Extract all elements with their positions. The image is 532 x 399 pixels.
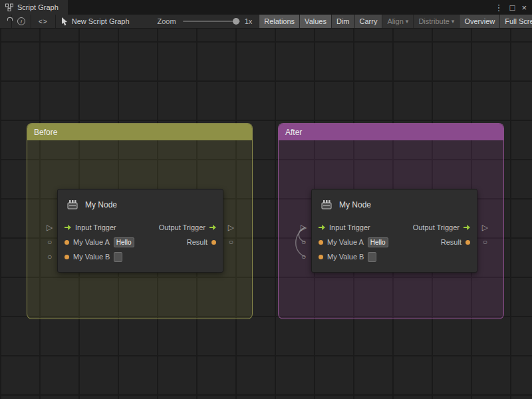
group-after-label: After [285, 128, 302, 137]
chevron-down-icon: ▾ [452, 18, 455, 25]
group-before-header[interactable]: Before [27, 124, 252, 140]
unity-script-graph-window: Script Graph ⋮ □ × i <> New Script Graph… [0, 0, 532, 399]
value-input-port-icon[interactable]: ○ [47, 253, 52, 261]
value-port-icon[interactable] [65, 240, 69, 245]
maximize-icon[interactable]: □ [510, 3, 515, 12]
dim-button[interactable]: Dim [331, 15, 354, 28]
port-label: Result [441, 238, 462, 246]
toolbar-separator [55, 15, 56, 28]
window-controls: ⋮ □ × [495, 0, 532, 15]
tab-script-graph[interactable]: Script Graph [0, 0, 68, 15]
group-before[interactable]: Before ▷ ○ ○ ▷ ○ [27, 123, 253, 319]
toolbar-separator [31, 15, 31, 28]
info-icon[interactable]: i [17, 17, 25, 25]
value-output-port-icon[interactable]: ○ [483, 238, 487, 246]
port-label: Input Trigger [329, 223, 370, 231]
group-after-header[interactable]: After [279, 124, 503, 140]
value-input-port-icon[interactable]: ○ [301, 238, 306, 246]
flow-output-port-icon[interactable]: ▷ [482, 223, 488, 231]
node-my-node-after[interactable]: ▷ ○ ○ ▷ ○ My Node [311, 189, 477, 273]
group-after[interactable]: After ▷ ○ ○ ▷ ○ [278, 123, 504, 319]
value-a-field[interactable]: Hello [368, 237, 388, 247]
align-button[interactable]: Align ▾ [382, 15, 413, 28]
port-row: My Value A Hello Result [312, 235, 477, 249]
value-port-icon[interactable] [211, 240, 216, 245]
node-header[interactable]: My Node [312, 190, 477, 220]
values-button[interactable]: Values [299, 15, 331, 28]
value-port-icon[interactable] [65, 255, 69, 259]
port-label: Output Trigger [159, 223, 205, 231]
tab-title: Script Graph [17, 3, 59, 11]
port-label: My Value A [327, 238, 364, 246]
toolbar-separator [11, 15, 12, 28]
group-before-label: Before [34, 128, 57, 137]
value-port-icon[interactable] [319, 255, 323, 259]
port-label: My Value B [73, 253, 110, 261]
zoom-value: 1x [245, 17, 253, 25]
flow-arrow-icon[interactable] [65, 225, 71, 230]
flow-arrow-icon[interactable] [209, 225, 216, 230]
port-row: My Value B [58, 249, 223, 264]
value-output-port-icon[interactable]: ○ [229, 238, 233, 246]
relations-button[interactable]: Relations [259, 15, 299, 28]
close-icon[interactable]: × [521, 3, 527, 12]
zoom-label: Zoom [158, 17, 176, 25]
flow-input-port-icon[interactable]: ▷ [47, 223, 53, 231]
node-title: My Node [339, 200, 371, 209]
chevron-down-icon: ▾ [406, 18, 409, 25]
value-b-field[interactable] [114, 252, 122, 262]
flow-input-port-icon[interactable]: ▷ [301, 223, 307, 231]
zoom-slider[interactable] [183, 21, 240, 22]
value-port-icon[interactable] [319, 240, 323, 245]
graph-breadcrumb[interactable]: New Script Graph [72, 17, 130, 25]
port-row: My Value B [312, 249, 477, 264]
flow-output-port-icon[interactable]: ▷ [228, 223, 234, 231]
port-row: My Value A Hello Result [58, 235, 223, 249]
toolbar-button-group: Relations Values Dim Carry Align ▾ Distr… [259, 15, 532, 28]
port-label: My Value B [327, 253, 364, 261]
script-graph-tab-icon [5, 3, 13, 11]
value-b-field[interactable] [368, 252, 376, 262]
value-input-port-icon[interactable]: ○ [301, 253, 306, 261]
node-title: My Node [85, 200, 117, 209]
value-input-port-icon[interactable]: ○ [47, 238, 52, 246]
graph-canvas[interactable]: Before ▷ ○ ○ ▷ ○ [0, 29, 532, 399]
port-row: Input Trigger Output Trigger [312, 220, 477, 235]
node-header[interactable]: My Node [58, 190, 223, 220]
flow-arrow-icon[interactable] [464, 225, 470, 230]
code-icon[interactable]: <> [37, 18, 50, 25]
distribute-button[interactable]: Distribute ▾ [413, 15, 459, 28]
carry-button[interactable]: Carry [354, 15, 382, 28]
node-icon [320, 198, 333, 211]
node-icon [66, 198, 79, 211]
port-label: Input Trigger [75, 223, 116, 231]
port-label: Output Trigger [413, 223, 460, 231]
graph-toolbar: i <> New Script Graph Zoom 1x Relations … [0, 15, 532, 29]
overview-button[interactable]: Overview [459, 15, 499, 28]
node-my-node-before[interactable]: ▷ ○ ○ ▷ ○ My Node [57, 189, 223, 273]
tab-bar: Script Graph ⋮ □ × [0, 0, 532, 15]
port-row: Input Trigger Output Trigger [58, 220, 223, 235]
cursor-icon [61, 17, 68, 26]
port-label: Result [187, 238, 207, 246]
fullscreen-button[interactable]: Full Screen [499, 15, 532, 28]
kebab-menu-icon[interactable]: ⋮ [495, 3, 503, 12]
flow-arrow-icon[interactable] [319, 225, 325, 230]
value-port-icon[interactable] [466, 240, 470, 245]
zoom-slider-handle[interactable] [233, 18, 239, 25]
value-a-field[interactable]: Hello [114, 237, 134, 247]
port-label: My Value A [73, 238, 110, 246]
